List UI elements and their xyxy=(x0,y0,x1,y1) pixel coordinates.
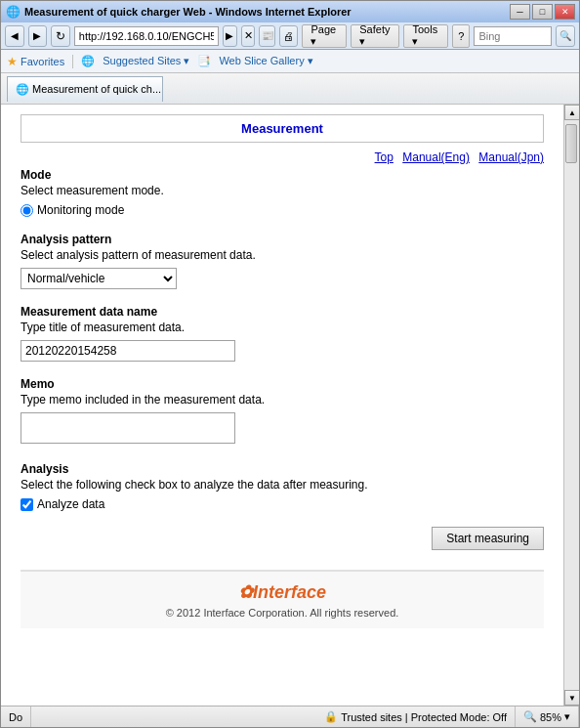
data-name-input[interactable] xyxy=(21,340,235,362)
scroll-thumb[interactable] xyxy=(565,124,577,163)
mode-section: Mode Select measurement mode. Monitoring… xyxy=(21,168,544,217)
browser-window: 🌐 Measurement of quick charger Web - Win… xyxy=(0,0,580,728)
main-content: Measurement Top Manual(Eng) Manual(Jpn) … xyxy=(1,105,563,706)
analysis-pattern-label: Analysis pattern xyxy=(21,233,544,246)
minimize-button[interactable]: ─ xyxy=(510,4,530,20)
page-title: Measurement xyxy=(241,121,323,136)
monitoring-radio[interactable] xyxy=(21,204,33,217)
manual-jpn-link[interactable]: Manual(Jpn) xyxy=(478,150,544,164)
suggested-sites[interactable]: Suggested Sites ▾ xyxy=(103,55,189,67)
monitoring-label: Monitoring mode xyxy=(37,203,124,217)
analyze-data-checkbox[interactable] xyxy=(21,498,33,511)
go-button[interactable]: ▶ xyxy=(223,25,237,47)
address-bar: ◀ ▶ ↻ ▶ ✕ 📰 🖨 Page ▾ Safety ▾ Tools ▾ ? … xyxy=(1,22,579,50)
webslice-label: Web Slice Gallery ▾ xyxy=(219,55,312,67)
analyze-data-label: Analyze data xyxy=(37,497,104,511)
title-bar: 🌐 Measurement of quick charger Web - Win… xyxy=(1,1,579,22)
mode-desc: Select measurement mode. xyxy=(21,184,544,197)
security-status: 🔒 Trusted sites | Protected Mode: Off xyxy=(316,707,516,727)
window-title: Measurement of quick charger Web - Windo… xyxy=(24,6,510,18)
refresh-button[interactable]: ↻ xyxy=(51,25,70,47)
forward-button[interactable]: ▶ xyxy=(28,25,48,47)
tab-label: Measurement of quick ch... xyxy=(32,83,161,95)
zoom-status[interactable]: 🔍 85% ▾ xyxy=(516,707,579,727)
security-text: Trusted sites | Protected Mode: Off xyxy=(341,711,507,723)
webslice-icon: 📑 xyxy=(197,55,211,67)
data-name-section: Measurement data name Type title of meas… xyxy=(21,305,544,362)
address-input[interactable] xyxy=(74,26,219,46)
zoom-icon: 🔍 xyxy=(523,710,537,723)
analysis-pattern-desc: Select analysis pattern of measurement d… xyxy=(21,248,544,262)
zoom-level: 85% xyxy=(540,711,561,723)
top-links: Top Manual(Eng) Manual(Jpn) xyxy=(21,150,544,164)
data-name-desc: Type title of measurement data. xyxy=(21,321,544,334)
analysis-desc: Select the following check box to analyz… xyxy=(21,478,544,492)
scrollbar: ▲ ▼ xyxy=(563,105,579,706)
window-controls: ─ □ ✕ xyxy=(510,4,575,20)
maximize-button[interactable]: □ xyxy=(532,4,553,20)
status-bar: Do 🔒 Trusted sites | Protected Mode: Off… xyxy=(1,706,579,727)
safety-menu[interactable]: Safety ▾ xyxy=(351,24,399,48)
separator xyxy=(72,55,73,68)
rss-button[interactable]: 📰 xyxy=(259,25,274,47)
search-go-button[interactable]: 🔍 xyxy=(556,25,575,47)
help-menu[interactable]: ? xyxy=(452,24,470,48)
page-menu[interactable]: Page ▾ xyxy=(302,24,347,48)
tab-icon: 🌐 xyxy=(16,83,29,96)
favorites-bar: ★ Favorites 🌐 Suggested Sites ▾ 📑 Web Sl… xyxy=(1,50,579,73)
memo-label: Memo xyxy=(21,377,544,391)
refresh-stop-button[interactable]: ✕ xyxy=(241,25,256,47)
memo-section: Memo Type memo included in the measureme… xyxy=(21,377,544,447)
page-header: Measurement xyxy=(21,114,544,143)
analyze-data-option: Analyze data xyxy=(21,497,544,511)
scroll-up-button[interactable]: ▲ xyxy=(564,105,579,120)
scroll-down-button[interactable]: ▼ xyxy=(564,690,579,706)
logo-icon: ✿ xyxy=(238,582,253,602)
memo-input[interactable] xyxy=(21,412,235,444)
analysis-pattern-select[interactable]: Normal/vehicle Advanced xyxy=(21,268,177,289)
zoom-chevron: ▾ xyxy=(564,710,570,723)
start-btn-container: Start measuring xyxy=(21,527,544,550)
memo-desc: Type memo included in the measurement da… xyxy=(21,393,544,407)
scroll-track[interactable] xyxy=(564,120,579,690)
top-link[interactable]: Top xyxy=(375,150,394,164)
mode-label: Mode xyxy=(21,168,544,182)
footer-copyright: © 2012 Interface Corporation. All rights… xyxy=(30,607,534,619)
ie-icon: 🌐 xyxy=(5,4,21,20)
logo-text: Interface xyxy=(253,582,326,602)
manual-eng-link[interactable]: Manual(Eng) xyxy=(402,150,470,164)
search-input[interactable] xyxy=(474,26,552,46)
monitoring-mode-option: Monitoring mode xyxy=(21,203,544,217)
back-button[interactable]: ◀ xyxy=(5,25,24,47)
suggested-label: Suggested Sites ▾ xyxy=(103,55,189,67)
analysis-label: Analysis xyxy=(21,462,544,476)
status-left: Do xyxy=(1,707,31,727)
analysis-pattern-dropdown-container: Normal/vehicle Advanced xyxy=(21,268,544,289)
status-text: Do xyxy=(9,711,22,723)
page-footer: ✿Interface © 2012 Interface Corporation.… xyxy=(21,570,544,628)
start-measuring-button[interactable]: Start measuring xyxy=(432,527,544,550)
browser-toolbar: 🌐 Measurement of quick ch... xyxy=(1,73,579,105)
tools-menu[interactable]: Tools ▾ xyxy=(403,24,448,48)
analysis-checkbox-section: Analysis Select the following check box … xyxy=(21,462,544,511)
print-button[interactable]: 🖨 xyxy=(279,25,299,47)
close-button[interactable]: ✕ xyxy=(555,4,575,20)
content-area: Measurement Top Manual(Eng) Manual(Jpn) … xyxy=(1,105,579,706)
favorites-label: Favorites xyxy=(21,56,64,67)
browser-tab[interactable]: 🌐 Measurement of quick ch... xyxy=(7,76,163,102)
lock-icon: 🔒 xyxy=(324,710,338,723)
star-icon: ★ xyxy=(7,55,18,68)
analysis-pattern-section: Analysis pattern Select analysis pattern… xyxy=(21,233,544,289)
ie-fav-icon: 🌐 xyxy=(81,55,95,67)
favorites-button[interactable]: ★ Favorites xyxy=(7,55,64,68)
footer-logo: ✿Interface xyxy=(30,581,534,603)
data-name-label: Measurement data name xyxy=(21,305,544,319)
webslice-gallery[interactable]: Web Slice Gallery ▾ xyxy=(219,55,312,67)
